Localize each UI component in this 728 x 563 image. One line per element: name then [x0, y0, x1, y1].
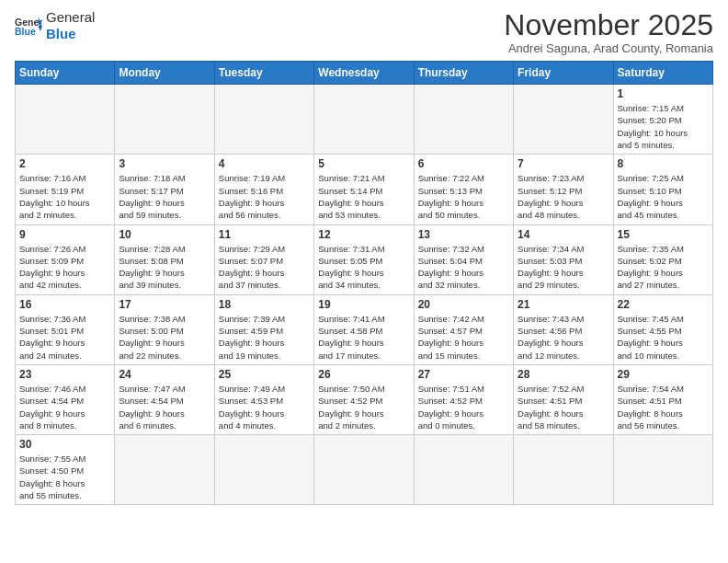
table-row: 5Sunrise: 7:21 AM Sunset: 5:14 PM Daylig…	[314, 155, 414, 224]
table-row: 19Sunrise: 7:41 AM Sunset: 4:58 PM Dayli…	[314, 294, 414, 364]
day-number: 5	[318, 157, 409, 170]
table-row: 30Sunrise: 7:55 AM Sunset: 4:50 PM Dayli…	[16, 435, 115, 505]
day-info: Sunrise: 7:22 AM Sunset: 5:13 PM Dayligh…	[418, 172, 509, 221]
day-number: 27	[418, 368, 509, 381]
table-row	[314, 435, 414, 505]
table-row: 15Sunrise: 7:35 AM Sunset: 5:02 PM Dayli…	[613, 224, 712, 294]
header-monday: Monday	[115, 62, 214, 85]
day-number: 11	[219, 228, 310, 241]
logo-blue-text: Blue	[46, 26, 95, 42]
table-row: 28Sunrise: 7:52 AM Sunset: 4:51 PM Dayli…	[514, 364, 613, 434]
subtitle: Andrei Saguna, Arad County, Romania	[504, 41, 713, 55]
day-number: 8	[618, 157, 709, 170]
table-row: 9Sunrise: 7:26 AM Sunset: 5:09 PM Daylig…	[16, 224, 115, 294]
day-number: 3	[119, 157, 210, 170]
table-row: 4Sunrise: 7:19 AM Sunset: 5:16 PM Daylig…	[214, 155, 313, 224]
day-info: Sunrise: 7:43 AM Sunset: 4:56 PM Dayligh…	[518, 313, 609, 362]
table-row: 17Sunrise: 7:38 AM Sunset: 5:00 PM Dayli…	[115, 294, 214, 364]
day-number: 4	[219, 157, 310, 170]
day-info: Sunrise: 7:21 AM Sunset: 5:14 PM Dayligh…	[318, 172, 409, 221]
day-info: Sunrise: 7:54 AM Sunset: 4:51 PM Dayligh…	[618, 383, 709, 431]
day-number: 26	[318, 368, 409, 381]
day-number: 17	[119, 298, 210, 311]
table-row: 7Sunrise: 7:23 AM Sunset: 5:12 PM Daylig…	[514, 155, 613, 224]
table-row: 23Sunrise: 7:46 AM Sunset: 4:54 PM Dayli…	[16, 364, 115, 434]
day-info: Sunrise: 7:51 AM Sunset: 4:52 PM Dayligh…	[418, 383, 509, 431]
day-number: 2	[19, 157, 110, 170]
day-info: Sunrise: 7:50 AM Sunset: 4:52 PM Dayligh…	[318, 383, 409, 431]
table-row	[514, 85, 613, 155]
day-info: Sunrise: 7:49 AM Sunset: 4:53 PM Dayligh…	[219, 383, 310, 431]
header-saturday: Saturday	[613, 62, 712, 85]
svg-marker-3	[39, 26, 43, 31]
table-row: 1Sunrise: 7:15 AM Sunset: 5:20 PM Daylig…	[613, 85, 712, 155]
svg-text:Blue: Blue	[15, 26, 36, 37]
day-info: Sunrise: 7:46 AM Sunset: 4:54 PM Dayligh…	[19, 383, 110, 431]
table-row: 29Sunrise: 7:54 AM Sunset: 4:51 PM Dayli…	[613, 364, 712, 434]
day-number: 10	[119, 228, 210, 241]
table-row	[514, 435, 613, 505]
table-row: 8Sunrise: 7:25 AM Sunset: 5:10 PM Daylig…	[613, 155, 712, 224]
day-info: Sunrise: 7:16 AM Sunset: 5:19 PM Dayligh…	[19, 172, 110, 221]
table-row: 24Sunrise: 7:47 AM Sunset: 4:54 PM Dayli…	[115, 364, 214, 434]
header-wednesday: Wednesday	[314, 62, 414, 85]
day-info: Sunrise: 7:29 AM Sunset: 5:07 PM Dayligh…	[219, 243, 310, 292]
day-info: Sunrise: 7:35 AM Sunset: 5:02 PM Dayligh…	[618, 243, 709, 292]
day-number: 15	[618, 228, 709, 241]
table-row	[214, 85, 313, 155]
calendar-row: 16Sunrise: 7:36 AM Sunset: 5:01 PM Dayli…	[16, 294, 713, 364]
logo-icon: General Blue	[15, 15, 42, 37]
month-title: November 2025	[504, 9, 713, 41]
day-number: 21	[518, 298, 609, 311]
calendar-table: Sunday Monday Tuesday Wednesday Thursday…	[15, 61, 713, 505]
day-info: Sunrise: 7:18 AM Sunset: 5:17 PM Dayligh…	[119, 172, 210, 221]
table-row	[115, 85, 214, 155]
table-row: 25Sunrise: 7:49 AM Sunset: 4:53 PM Dayli…	[214, 364, 313, 434]
day-number: 30	[19, 438, 110, 451]
day-info: Sunrise: 7:38 AM Sunset: 5:00 PM Dayligh…	[119, 313, 210, 362]
table-row: 12Sunrise: 7:31 AM Sunset: 5:05 PM Dayli…	[314, 224, 414, 294]
weekday-header-row: Sunday Monday Tuesday Wednesday Thursday…	[16, 62, 713, 85]
table-row: 13Sunrise: 7:32 AM Sunset: 5:04 PM Dayli…	[414, 224, 513, 294]
day-info: Sunrise: 7:36 AM Sunset: 5:01 PM Dayligh…	[19, 313, 110, 362]
day-number: 23	[19, 368, 110, 381]
table-row	[115, 435, 214, 505]
table-row: 2Sunrise: 7:16 AM Sunset: 5:19 PM Daylig…	[16, 155, 115, 224]
table-row	[613, 435, 712, 505]
table-row: 27Sunrise: 7:51 AM Sunset: 4:52 PM Dayli…	[414, 364, 513, 434]
day-info: Sunrise: 7:19 AM Sunset: 5:16 PM Dayligh…	[219, 172, 310, 221]
day-info: Sunrise: 7:25 AM Sunset: 5:10 PM Dayligh…	[618, 172, 709, 221]
header: General Blue General Blue November 2025 …	[15, 9, 713, 55]
logo-general-text: General	[46, 9, 95, 26]
table-row	[16, 85, 115, 155]
day-info: Sunrise: 7:32 AM Sunset: 5:04 PM Dayligh…	[418, 243, 509, 292]
day-info: Sunrise: 7:45 AM Sunset: 4:55 PM Dayligh…	[618, 313, 709, 362]
table-row: 11Sunrise: 7:29 AM Sunset: 5:07 PM Dayli…	[214, 224, 313, 294]
day-number: 12	[318, 228, 409, 241]
header-thursday: Thursday	[414, 62, 513, 85]
day-number: 19	[318, 298, 409, 311]
logo: General Blue General Blue	[15, 9, 95, 42]
day-info: Sunrise: 7:47 AM Sunset: 4:54 PM Dayligh…	[119, 383, 210, 431]
day-number: 14	[518, 228, 609, 241]
day-info: Sunrise: 7:42 AM Sunset: 4:57 PM Dayligh…	[418, 313, 509, 362]
day-info: Sunrise: 7:31 AM Sunset: 5:05 PM Dayligh…	[318, 243, 409, 292]
day-number: 25	[219, 368, 310, 381]
calendar-row: 1Sunrise: 7:15 AM Sunset: 5:20 PM Daylig…	[16, 85, 713, 155]
day-number: 29	[618, 368, 709, 381]
page: General Blue General Blue November 2025 …	[0, 0, 728, 514]
calendar-row: 9Sunrise: 7:26 AM Sunset: 5:09 PM Daylig…	[16, 224, 713, 294]
table-row: 6Sunrise: 7:22 AM Sunset: 5:13 PM Daylig…	[414, 155, 513, 224]
day-info: Sunrise: 7:15 AM Sunset: 5:20 PM Dayligh…	[618, 102, 709, 151]
table-row: 10Sunrise: 7:28 AM Sunset: 5:08 PM Dayli…	[115, 224, 214, 294]
table-row	[414, 85, 513, 155]
day-number: 22	[618, 298, 709, 311]
day-number: 1	[618, 87, 709, 100]
table-row: 14Sunrise: 7:34 AM Sunset: 5:03 PM Dayli…	[514, 224, 613, 294]
day-number: 7	[518, 157, 609, 170]
day-info: Sunrise: 7:41 AM Sunset: 4:58 PM Dayligh…	[318, 313, 409, 362]
day-info: Sunrise: 7:34 AM Sunset: 5:03 PM Dayligh…	[518, 243, 609, 292]
calendar-row: 23Sunrise: 7:46 AM Sunset: 4:54 PM Dayli…	[16, 364, 713, 434]
day-info: Sunrise: 7:23 AM Sunset: 5:12 PM Dayligh…	[518, 172, 609, 221]
table-row: 21Sunrise: 7:43 AM Sunset: 4:56 PM Dayli…	[514, 294, 613, 364]
